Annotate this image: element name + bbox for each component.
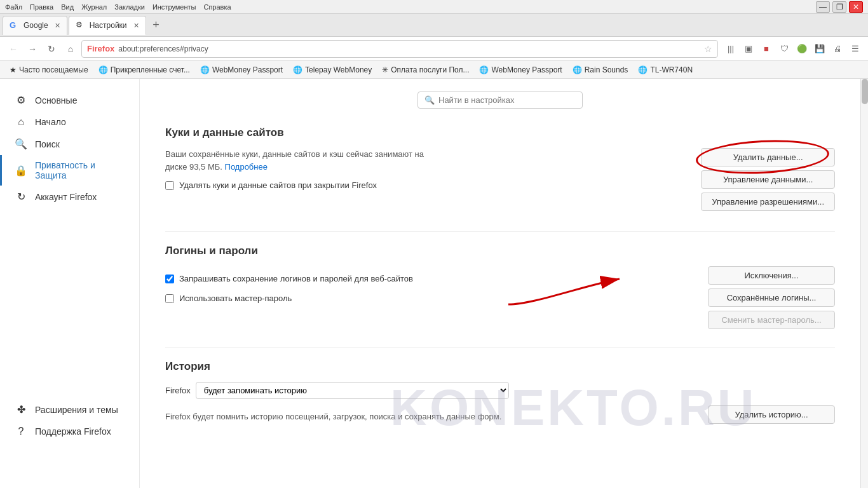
- search-icon: 🔍: [15, 138, 27, 150]
- bookmarks-bar: ★ Часто посещаемые 🌐 Прикрепленные счет.…: [0, 61, 868, 79]
- tab-settings-close[interactable]: ✕: [133, 22, 139, 30]
- menu-help[interactable]: Справка: [203, 3, 231, 11]
- bookmark-prikrep[interactable]: 🌐 Прикрепленные счет...: [94, 64, 194, 76]
- tab-settings-label: Настройки: [90, 21, 127, 30]
- cookies-row-layout: Ваши сохранённые куки, данные сайтов и к…: [165, 148, 835, 211]
- menu-file[interactable]: Файл: [5, 3, 22, 11]
- lock-icon: 🔒: [15, 165, 27, 177]
- help-icon: ?: [15, 426, 27, 437]
- delete-data-button[interactable]: Удалить данные...: [701, 148, 835, 166]
- bookmark-star-icon[interactable]: ☆: [704, 44, 712, 54]
- cookies-section: Куки и данные сайтов Ваши сохранённые ку…: [165, 126, 835, 211]
- settings-search-input[interactable]: [438, 95, 576, 105]
- bookmark-webmoney2[interactable]: 🌐 WebMoney Passport: [475, 64, 566, 76]
- sidebar-home-label: Начало: [35, 117, 66, 127]
- scrollbar-track[interactable]: [860, 79, 868, 488]
- history-select-wrap: будет запоминать историю не будет запоми…: [196, 382, 509, 399]
- library-icon[interactable]: |||: [723, 41, 738, 57]
- tab-settings[interactable]: ⚙ Настройки ✕: [69, 16, 146, 35]
- exceptions-button[interactable]: Исключения...: [708, 266, 835, 285]
- manage-permissions-button[interactable]: Управление разрешениями...: [701, 193, 835, 211]
- titlebar-controls: — ❐ ✕: [816, 1, 863, 13]
- history-row: Firefox будет запоминать историю не буде…: [165, 382, 835, 399]
- master-password-checkbox[interactable]: [165, 294, 174, 303]
- cookies-delete-checkbox[interactable]: [165, 181, 174, 190]
- home-button[interactable]: ⌂: [62, 41, 79, 57]
- back-button[interactable]: ←: [5, 41, 22, 57]
- tab-google-close[interactable]: ✕: [55, 22, 60, 30]
- ublock-icon[interactable]: 🟢: [794, 41, 810, 57]
- forward-button[interactable]: →: [24, 41, 41, 57]
- save-icon[interactable]: 💾: [812, 41, 827, 57]
- cookies-desc-line2: диске 93,5 МБ.: [165, 162, 225, 172]
- sidebar-item-search[interactable]: 🔍 Поиск: [0, 133, 139, 155]
- menu-bookmarks[interactable]: Закладки: [114, 3, 145, 11]
- bookmark-webmoney2-label: WebMoney Passport: [491, 65, 562, 74]
- tab-google-label: Google: [24, 21, 48, 30]
- sidebar-support-label: Поддержка Firefox: [35, 426, 111, 437]
- menu-view[interactable]: Вид: [61, 3, 74, 11]
- minimize-button[interactable]: —: [816, 1, 830, 13]
- change-master-button[interactable]: Сменить мастер-пароль...: [708, 311, 835, 329]
- search-wrap: 🔍: [165, 92, 835, 109]
- navbar: ← → ↻ ⌂ Firefox ☆ ||| ▣ ■ 🛡 🟢 💾 🖨 ☰: [0, 37, 868, 61]
- bookmark-rain[interactable]: 🌐 Rain Sounds: [568, 64, 633, 76]
- saved-logins-button[interactable]: Сохранённые логины...: [708, 288, 835, 307]
- search-icon-small: 🔍: [424, 95, 435, 105]
- sidebar-icon[interactable]: ▣: [741, 41, 756, 57]
- delete-history-button[interactable]: Удалить историю...: [708, 405, 835, 424]
- menu-journal[interactable]: Журнал: [81, 3, 107, 11]
- cookies-desc-line1: Ваши сохранённые куки, данные сайтов и к…: [165, 149, 424, 159]
- google-favicon: G: [10, 20, 20, 30]
- content-area: 🔍 Куки и данные сайтов Ваши сохранённые …: [140, 79, 860, 488]
- toolbar-icons: ||| ▣ ■ 🛡 🟢 💾 🖨 ☰: [723, 41, 863, 57]
- cookies-more-link[interactable]: Подробнее: [225, 162, 268, 172]
- address-bar[interactable]: Firefox ☆: [81, 40, 718, 58]
- shield-icon[interactable]: 🛡: [776, 41, 792, 57]
- cookies-section-title: Куки и данные сайтов: [165, 126, 835, 139]
- sidebar-item-extensions[interactable]: ✤ Расширения и темы: [0, 398, 139, 421]
- sidebar-item-support[interactable]: ? Поддержка Firefox: [0, 421, 139, 442]
- maximize-button[interactable]: ❐: [832, 1, 846, 13]
- bookmark-chasto[interactable]: ★ Часто посещаемые: [5, 64, 93, 76]
- cookies-buttons: Удалить данные... Управление данными... …: [701, 148, 835, 211]
- home-icon: ⌂: [15, 116, 27, 128]
- refresh-button[interactable]: ↻: [43, 41, 60, 57]
- print-icon[interactable]: 🖨: [830, 41, 845, 57]
- pocket-icon[interactable]: ■: [759, 41, 774, 57]
- bookmark-webmoney1[interactable]: 🌐 WebMoney Passport: [196, 64, 287, 76]
- firefox-label: Firefox: [165, 386, 191, 395]
- new-tab-button[interactable]: +: [147, 17, 165, 34]
- history-section: История Firefox будет запоминать историю…: [165, 360, 835, 424]
- manage-data-button[interactable]: Управление данными...: [701, 170, 835, 189]
- main-container: ⚙ Основные ⌂ Начало 🔍 Поиск 🔒 Приватност…: [0, 79, 868, 488]
- close-button[interactable]: ✕: [849, 1, 863, 13]
- menu-edit[interactable]: Правка: [30, 3, 53, 11]
- search-box[interactable]: 🔍: [417, 92, 583, 109]
- bookmark-rain-label: Rain Sounds: [585, 65, 628, 74]
- firefox-logo: Firefox: [87, 44, 114, 53]
- sidebar-item-general[interactable]: ⚙ Основные: [0, 89, 139, 111]
- tab-google[interactable]: G Google ✕: [3, 16, 67, 35]
- ask-save-checkbox[interactable]: [165, 274, 174, 283]
- globe-icon-3: 🌐: [293, 65, 302, 74]
- ask-save-row: Запрашивать сохранение логинов и паролей…: [165, 274, 695, 283]
- menu-tools[interactable]: Инструменты: [153, 3, 196, 11]
- bookmark-tl[interactable]: 🌐 TL-WR740N: [634, 64, 697, 76]
- sidebar-item-privacy[interactable]: 🔒 Приватность и Защита: [0, 155, 139, 186]
- bookmark-oplata[interactable]: ✳ Оплата послуги Пол...: [377, 64, 473, 76]
- gear-icon: ⚙: [15, 94, 27, 106]
- address-input[interactable]: [118, 44, 700, 53]
- bookmark-oplata-label: Оплата послуги Пол...: [391, 65, 469, 74]
- sidebar-item-account[interactable]: ↻ Аккаунт Firefox: [0, 186, 139, 208]
- passwords-buttons: Исключения... Сохранённые логины... Смен…: [708, 266, 835, 329]
- extensions-icon: ✤: [15, 403, 27, 416]
- bookmark-telepay[interactable]: 🌐 Telepay WebMoney: [288, 64, 376, 76]
- menu-icon[interactable]: ☰: [848, 41, 863, 57]
- history-select[interactable]: будет запоминать историю не будет запоми…: [196, 382, 509, 399]
- scrollbar-thumb[interactable]: [862, 79, 868, 104]
- sidebar-privacy-label: Приватность и Защита: [35, 160, 129, 180]
- sidebar-item-home[interactable]: ⌂ Начало: [0, 111, 139, 133]
- history-description: Firefox будет помнить историю посещений,…: [165, 410, 695, 423]
- passwords-row-layout: Запрашивать сохранение логинов и паролей…: [165, 266, 835, 329]
